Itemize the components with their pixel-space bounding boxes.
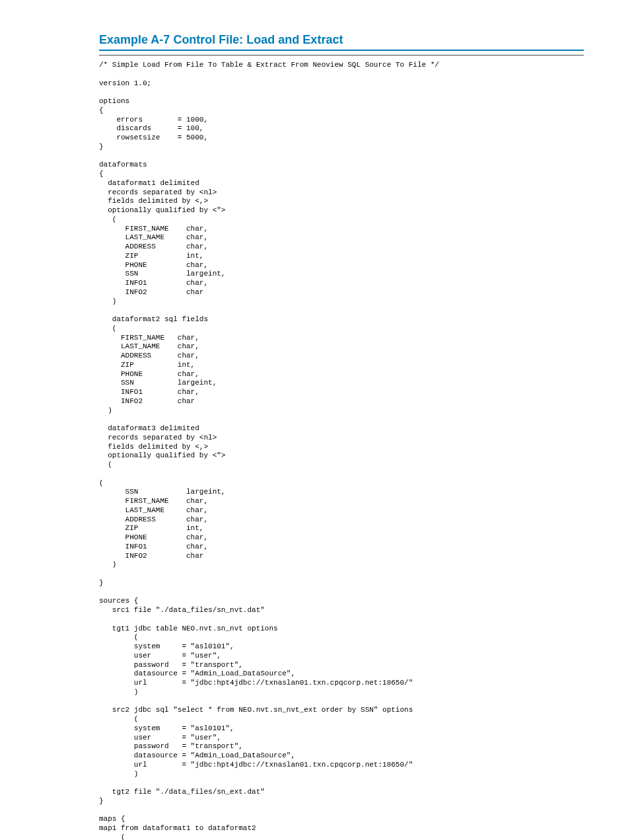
heading-rule-thick: [99, 50, 584, 51]
example-heading: Example A-7 Control File: Load and Extra…: [99, 33, 584, 47]
code-block: /* Simple Load From File To Table & Extr…: [99, 61, 584, 840]
heading-rule-thin: [99, 55, 584, 56]
document-page: Example A-7 Control File: Load and Extra…: [0, 0, 630, 840]
